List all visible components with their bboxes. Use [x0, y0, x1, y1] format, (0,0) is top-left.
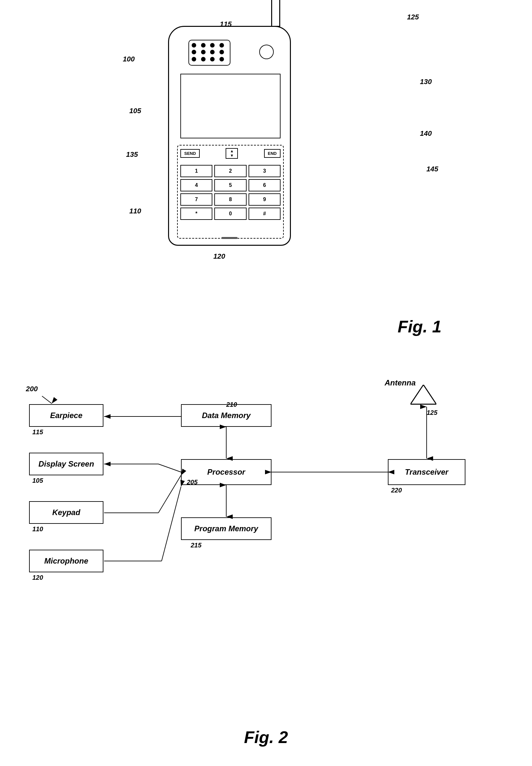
key-1: 1	[180, 165, 212, 177]
end-button: END	[264, 149, 281, 158]
keypad-area: SEND ▲ ▼ END 1 2 3 4 5 6 7 8 9 * 0 #	[177, 145, 284, 239]
nav-down: ▼	[230, 153, 234, 158]
nav-up: ▲	[230, 149, 234, 153]
key-star: *	[180, 207, 212, 220]
key-2: 2	[214, 165, 246, 177]
svg-line-9	[42, 396, 52, 404]
ref-200-label: 200	[26, 385, 38, 393]
svg-line-16	[162, 487, 181, 561]
data-memory-ref-top: 210	[226, 401, 237, 409]
display-screen-block: Display Screen	[29, 453, 103, 475]
processor-ref: 205	[187, 479, 197, 486]
key-4: 4	[180, 179, 212, 191]
mic-slot	[221, 237, 238, 239]
microphone-block: Microphone	[29, 550, 103, 572]
fig1-label: Fig. 1	[398, 317, 442, 336]
svg-line-11	[158, 464, 181, 472]
ref-110-label: 110	[129, 207, 141, 215]
keypad-ref: 110	[32, 526, 43, 533]
phone-body: SEND ▲ ▼ END 1 2 3 4 5 6 7 8 9 * 0 #	[168, 26, 291, 246]
earpiece-ref: 115	[32, 429, 43, 436]
ref-120-label: 120	[213, 252, 225, 261]
keypad-block: Keypad	[29, 501, 103, 524]
ref-105-label: 105	[129, 107, 141, 115]
fig1-area: 115 125 100 130 105 140 135 145 110 120	[0, 6, 532, 346]
fig2-area: 200 Earpiece 115 Display Screen 105 Keyp…	[0, 359, 532, 757]
key-0: 0	[214, 207, 246, 220]
svg-marker-0	[410, 385, 436, 404]
ref-130-label: 130	[420, 78, 432, 86]
key-hash: #	[249, 207, 281, 220]
ref-125-label: 125	[407, 13, 419, 21]
transceiver-block: Transceiver	[388, 459, 465, 485]
microphone-ref: 120	[32, 574, 43, 581]
antenna-label: Antenna	[385, 378, 416, 388]
key-6: 6	[249, 179, 281, 191]
send-button: SEND	[180, 149, 200, 158]
program-memory-block: Program Memory	[181, 517, 271, 540]
fig2-label: Fig. 2	[244, 728, 288, 747]
display-ref: 105	[32, 477, 43, 484]
antenna-ref: 125	[427, 409, 437, 417]
phone-display-screen	[180, 74, 281, 138]
ref-145-label: 145	[426, 165, 438, 173]
earpiece-block: Earpiece	[29, 404, 103, 427]
transceiver-ref: 220	[391, 487, 402, 494]
key-5: 5	[214, 179, 246, 191]
ref-100-label: 100	[123, 55, 135, 63]
key-7: 7	[180, 193, 212, 206]
num-grid: 1 2 3 4 5 6 7 8 9 * 0 #	[180, 165, 281, 220]
phone-antenna	[271, 0, 280, 27]
earpiece-grill	[188, 40, 230, 66]
send-end-row: SEND ▲ ▼ END	[180, 148, 281, 159]
key-3: 3	[249, 165, 281, 177]
svg-line-14	[158, 475, 181, 513]
antenna-symbol	[410, 385, 436, 409]
camera-button	[259, 45, 274, 59]
program-memory-ref: 215	[191, 542, 201, 549]
nav-pad: ▲ ▼	[226, 148, 238, 159]
ref-140-label: 140	[420, 129, 432, 138]
key-8: 8	[214, 193, 246, 206]
ref-135-label: 135	[126, 150, 138, 159]
key-9: 9	[249, 193, 281, 206]
